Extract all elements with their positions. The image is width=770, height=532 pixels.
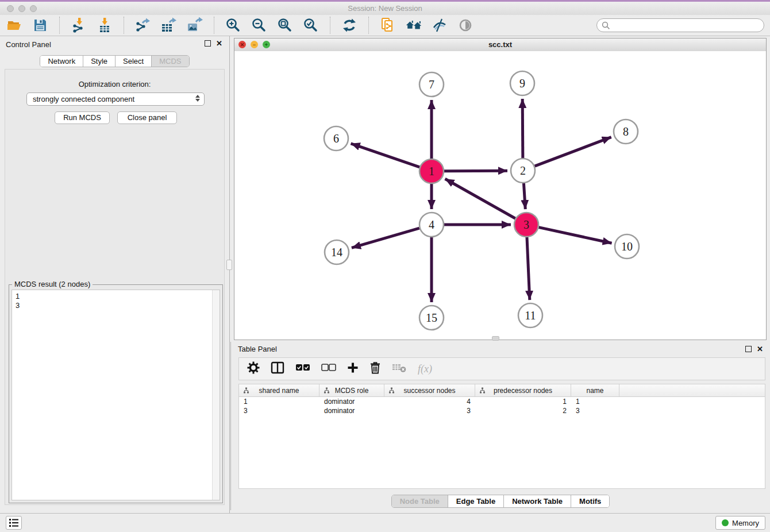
create-column-button[interactable] — [347, 362, 359, 376]
apply-layout-button[interactable] — [341, 17, 358, 34]
table-cell[interactable]: dominator — [319, 397, 384, 406]
tab-mcds[interactable]: MCDS — [152, 56, 188, 67]
column-header-name[interactable]: name — [571, 384, 619, 396]
close-panel-icon[interactable]: ✕ — [757, 345, 763, 353]
mcds-result-group-title: MCDS result (2 nodes) — [12, 280, 93, 288]
task-history-button[interactable] — [6, 516, 22, 530]
node-label: 14 — [331, 246, 342, 259]
toolbar-separator — [214, 17, 214, 34]
hide-graphics-details-button[interactable] — [431, 17, 448, 34]
table-settings-button[interactable] — [247, 361, 260, 376]
edge-4-14[interactable] — [352, 228, 419, 248]
column-header-shared-name[interactable]: shared name — [239, 384, 319, 396]
search-field[interactable] — [596, 18, 764, 32]
table-row[interactable]: 3dominator323 — [239, 406, 765, 415]
table-cell[interactable]: dominator — [319, 406, 384, 415]
export-image-icon — [186, 17, 203, 33]
delete-table-button[interactable] — [392, 363, 407, 375]
tab-network-table[interactable]: Network Table — [504, 495, 571, 507]
float-panel-icon[interactable] — [745, 346, 752, 352]
save-session-button[interactable] — [32, 17, 49, 34]
unselect-all-columns-button[interactable] — [321, 364, 336, 374]
table-cell[interactable]: 1 — [475, 397, 571, 406]
edge-2-9[interactable] — [522, 99, 523, 158]
column-header-predecessor-nodes[interactable]: predecessor nodes — [475, 384, 571, 396]
export-image-button[interactable] — [186, 17, 203, 34]
open-session-button[interactable] — [6, 17, 23, 34]
table-cell[interactable]: 4 — [384, 397, 475, 406]
vertical-splitter-handle[interactable] — [226, 260, 232, 270]
show-all-networks-button[interactable] — [405, 17, 422, 34]
export-table-button[interactable] — [160, 17, 178, 34]
import-table-button[interactable] — [96, 17, 113, 34]
edge-1-2[interactable] — [444, 171, 507, 171]
float-panel-icon[interactable] — [205, 40, 211, 47]
import-network-icon — [71, 17, 86, 33]
eye-icon — [458, 18, 473, 33]
network-window-titlebar[interactable]: ✕ − + scc.txt — [234, 38, 766, 52]
node-6[interactable]: 6 — [324, 126, 348, 151]
node-9[interactable]: 9 — [510, 71, 534, 95]
node-4[interactable]: 4 — [419, 213, 444, 237]
run-mcds-button[interactable]: Run MCDS — [55, 111, 110, 124]
table-cell[interactable]: 2 — [475, 406, 571, 415]
tab-select[interactable]: Select — [116, 56, 152, 67]
zoom-selected-button[interactable] — [302, 17, 319, 34]
table-cell[interactable]: 3 — [239, 406, 319, 415]
node-1[interactable]: 1 — [419, 159, 444, 183]
mcds-result-text[interactable]: 1 3 — [12, 290, 212, 500]
table-cell[interactable]: 1 — [239, 397, 319, 406]
tab-edge-table[interactable]: Edge Table — [448, 495, 504, 507]
node-7[interactable]: 7 — [419, 72, 444, 97]
node-10[interactable]: 10 — [615, 234, 639, 259]
table-cell[interactable]: 3 — [571, 406, 619, 415]
close-panel-button[interactable]: Close panel — [117, 111, 177, 124]
edge-3-11[interactable] — [527, 237, 530, 300]
table-cell[interactable]: 1 — [571, 397, 619, 406]
edge-2-8[interactable] — [535, 137, 611, 167]
os-title-bar[interactable]: Session: New Session — [0, 2, 770, 16]
node-15[interactable]: 15 — [419, 306, 444, 330]
edge-2-3[interactable] — [523, 183, 525, 209]
table-panel: Table Panel ✕ — [230, 342, 770, 510]
network-canvas[interactable]: 7968124314101511 — [234, 51, 766, 340]
tab-node-table[interactable]: Node Table — [392, 495, 448, 507]
zoom-out-button[interactable] — [251, 17, 268, 34]
node-2[interactable]: 2 — [511, 159, 535, 183]
table-row[interactable]: 1dominator411 — [239, 397, 765, 406]
tab-network[interactable]: Network — [40, 56, 83, 67]
import-network-button[interactable] — [70, 17, 87, 34]
function-builder-button[interactable]: f(x) — [418, 363, 432, 375]
table-header-row: shared nameMCDS rolesuccessor nodesprede… — [239, 384, 765, 397]
export-network-button[interactable] — [134, 17, 152, 34]
column-header-successor-nodes[interactable]: successor nodes — [384, 384, 475, 396]
show-column-panel-button[interactable] — [271, 361, 284, 376]
column-header-MCDS-role[interactable]: MCDS role — [319, 384, 384, 396]
close-panel-icon[interactable]: ✕ — [216, 40, 222, 47]
optimization-criterion-select[interactable]: strongly connected component — [26, 92, 205, 106]
table-cell[interactable]: 3 — [384, 406, 475, 415]
tab-style[interactable]: Style — [83, 56, 116, 67]
tab-motifs[interactable]: Motifs — [571, 495, 609, 507]
memory-button[interactable]: Memory — [715, 516, 765, 530]
eye-slash-icon — [432, 18, 448, 33]
node-3[interactable]: 3 — [514, 213, 538, 237]
delete-columns-button[interactable] — [369, 361, 381, 376]
horizontal-splitter-handle[interactable] — [492, 336, 499, 341]
search-input[interactable] — [613, 21, 759, 30]
node-11[interactable]: 11 — [518, 303, 542, 327]
zoom-fit-button[interactable] — [276, 17, 294, 34]
edge-3-1[interactable] — [445, 179, 515, 218]
edge-3-10[interactable] — [538, 228, 611, 244]
node-14[interactable]: 14 — [325, 240, 349, 264]
node-8[interactable]: 8 — [614, 119, 638, 144]
clone-network-button[interactable] — [379, 17, 396, 34]
zoom-in-button[interactable] — [225, 17, 242, 34]
select-all-columns-button[interactable] — [295, 364, 310, 374]
edge-1-6[interactable] — [351, 144, 420, 167]
birds-eye-view-button[interactable] — [457, 17, 474, 34]
houses-icon — [405, 18, 422, 33]
mcds-result-scrollbar[interactable] — [212, 290, 220, 500]
node-label: 9 — [519, 77, 525, 90]
node-label: 15 — [426, 311, 437, 324]
